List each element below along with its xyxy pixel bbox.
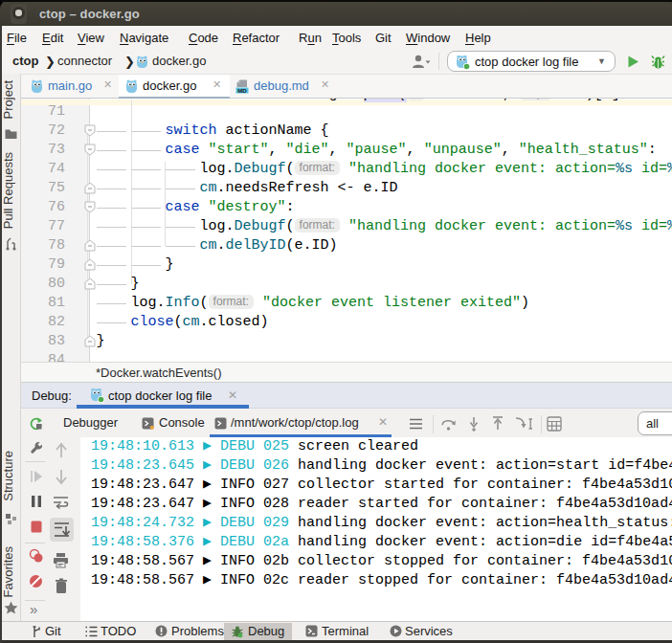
svg-text:MD: MD (237, 87, 247, 94)
